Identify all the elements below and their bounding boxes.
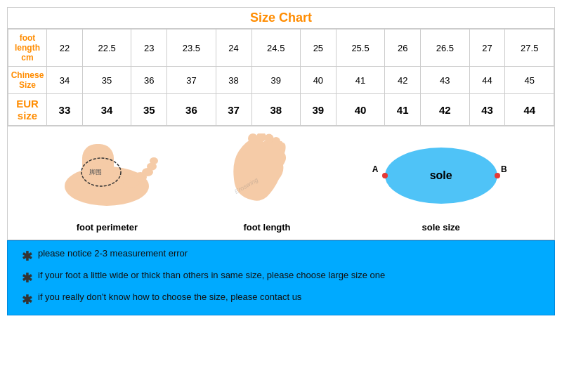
table-cell: 41 bbox=[385, 94, 421, 126]
sole-size-image: sole A B bbox=[371, 133, 511, 218]
table-cell: 26.5 bbox=[421, 30, 469, 67]
foot-perimeter-svg: 脚围 bbox=[51, 133, 163, 211]
foot-perimeter-label: foot perimeter bbox=[77, 222, 138, 233]
row-label-eur: EURsize bbox=[8, 94, 47, 126]
table-cell: 36 bbox=[131, 67, 167, 94]
svg-rect-1 bbox=[82, 144, 114, 183]
size-table: footlengthcm 22 22.5 23 23.5 24 24.5 25 … bbox=[8, 29, 554, 126]
table-cell: 43 bbox=[421, 67, 469, 94]
table-row: footlengthcm 22 22.5 23 23.5 24 24.5 25 … bbox=[8, 30, 554, 67]
row-label-chinese-size: ChineseSize bbox=[8, 67, 47, 94]
info-text-2: if your foot a little wide or thick than… bbox=[38, 270, 385, 280]
svg-point-6 bbox=[150, 157, 158, 164]
table-cell: 36 bbox=[167, 94, 216, 126]
table-cell: 25.5 bbox=[336, 30, 384, 67]
table-cell: 39 bbox=[300, 94, 336, 126]
table-cell: 22 bbox=[47, 30, 83, 67]
star-icon-2: ✱ bbox=[22, 270, 32, 286]
table-cell: 44 bbox=[505, 94, 554, 126]
point-a-dot bbox=[382, 173, 388, 178]
foot-length-svg: Eroswing bbox=[221, 133, 299, 211]
foot-perimeter-image: 脚围 bbox=[51, 133, 163, 218]
table-cell: 42 bbox=[385, 67, 421, 94]
page-container: Size Chart footlengthcm 22 22.5 23 23.5 … bbox=[0, 0, 562, 392]
table-cell: 40 bbox=[336, 94, 384, 126]
table-cell: 22.5 bbox=[82, 30, 131, 67]
sole-ellipse: sole bbox=[385, 148, 497, 204]
sole-center-label: sole bbox=[430, 169, 452, 182]
foot-perimeter-item: 脚围 foot perimeter bbox=[51, 133, 163, 233]
point-a-label: A bbox=[372, 164, 379, 174]
table-cell: 39 bbox=[251, 67, 300, 94]
info-text-3: if you really don't know how to choose t… bbox=[38, 292, 301, 302]
table-cell: 26 bbox=[385, 30, 421, 67]
table-cell: 41 bbox=[336, 67, 384, 94]
table-row-eur: EURsize 33 34 35 36 37 38 39 40 41 42 43… bbox=[8, 94, 554, 126]
size-chart-section: Size Chart footlengthcm 22 22.5 23 23.5 … bbox=[7, 7, 555, 126]
info-item-3: ✱ if you really don't know how to choose… bbox=[22, 292, 540, 308]
table-cell: 35 bbox=[82, 67, 131, 94]
table-cell: 25 bbox=[300, 30, 336, 67]
sole-size-label: sole size bbox=[422, 222, 460, 233]
point-b-label: B bbox=[501, 164, 507, 174]
star-icon-1: ✱ bbox=[22, 249, 32, 264]
svg-point-13 bbox=[277, 143, 285, 150]
svg-point-9 bbox=[248, 133, 258, 143]
table-cell: 27.5 bbox=[505, 30, 554, 67]
table-cell: 42 bbox=[421, 94, 469, 126]
info-section: ✱ please notice 2-3 measurement error ✱ … bbox=[7, 240, 555, 315]
table-cell: 38 bbox=[216, 67, 251, 94]
table-cell: 34 bbox=[47, 67, 83, 94]
star-icon-3: ✱ bbox=[22, 292, 32, 308]
table-cell: 34 bbox=[82, 94, 131, 126]
row-label-foot-length: footlengthcm bbox=[8, 30, 47, 67]
foot-length-label: foot length bbox=[243, 222, 290, 233]
foot-length-item: Eroswing foot length bbox=[221, 133, 313, 233]
table-cell: 38 bbox=[251, 94, 300, 126]
info-text-1: please notice 2-3 measurement error bbox=[38, 248, 188, 259]
table-cell: 43 bbox=[469, 94, 505, 126]
info-item-1: ✱ please notice 2-3 measurement error bbox=[22, 248, 540, 264]
point-b-dot bbox=[495, 173, 500, 178]
info-item-2: ✱ if your foot a little wide or thick th… bbox=[22, 270, 540, 286]
svg-text:脚围: 脚围 bbox=[89, 169, 102, 176]
table-row: ChineseSize 34 35 36 37 38 39 40 41 42 4… bbox=[8, 67, 554, 94]
diagram-section: 脚围 foot perimeter Eroswing bbox=[7, 126, 555, 240]
table-cell: 27 bbox=[469, 30, 505, 67]
table-cell: 45 bbox=[505, 67, 554, 94]
table-cell: 33 bbox=[47, 94, 83, 126]
sole-size-item: sole A B sole size bbox=[371, 133, 511, 233]
table-cell: 40 bbox=[300, 67, 336, 94]
table-cell: 24 bbox=[216, 30, 251, 67]
table-cell: 24.5 bbox=[251, 30, 300, 67]
foot-length-image: Eroswing bbox=[221, 133, 313, 218]
table-cell: 37 bbox=[216, 94, 251, 126]
table-cell: 37 bbox=[167, 67, 216, 94]
table-cell: 23 bbox=[131, 30, 167, 67]
chart-title: Size Chart bbox=[8, 8, 554, 29]
table-cell: 44 bbox=[469, 67, 505, 94]
table-cell: 35 bbox=[131, 94, 167, 126]
table-cell: 23.5 bbox=[167, 30, 216, 67]
